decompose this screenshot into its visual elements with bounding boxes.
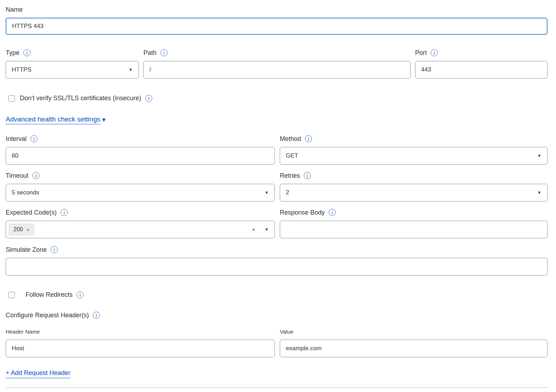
chevron-down-icon: ▼: [537, 154, 541, 158]
path-input[interactable]: [143, 61, 410, 79]
method-select-value: GET: [286, 152, 298, 159]
response-body-input[interactable]: [280, 221, 548, 238]
timeout-field: Timeout i 5 seconds ▼: [6, 172, 275, 201]
response-body-label: Response Body: [280, 209, 325, 216]
info-icon[interactable]: i: [304, 172, 311, 179]
port-input[interactable]: [415, 61, 548, 79]
health-check-form: Name Type i HTTPS ▼ Path i Port i: [0, 0, 553, 388]
insecure-checkbox[interactable]: [8, 95, 15, 102]
info-icon[interactable]: i: [431, 49, 438, 56]
type-select[interactable]: HTTPS ▼: [6, 61, 139, 79]
type-field: Type i HTTPS ▼: [6, 49, 139, 79]
follow-redirects-label: Follow Redirects: [25, 291, 73, 299]
interval-field: Interval i: [6, 135, 275, 165]
clear-icon[interactable]: ×: [252, 227, 255, 233]
advanced-settings-link-text: Advanced health check settings: [6, 115, 100, 124]
request-headers-section: Configure Request Header(s) i: [6, 311, 548, 319]
multiselect-controls: × ▼: [252, 227, 269, 233]
type-select-value: HTTPS: [12, 66, 32, 73]
timeout-select[interactable]: 5 seconds ▼: [6, 184, 275, 201]
chevron-down-icon: ▼: [101, 117, 107, 123]
header-name-input[interactable]: [6, 340, 275, 357]
follow-redirects-checkbox[interactable]: [8, 292, 15, 298]
name-input[interactable]: [6, 18, 548, 35]
method-field: Method i GET ▼: [280, 135, 548, 165]
response-body-field: Response Body i: [280, 209, 548, 238]
add-request-header-link[interactable]: + Add Request Header: [6, 369, 70, 378]
interval-label: Interval: [6, 135, 27, 143]
info-icon[interactable]: i: [76, 291, 84, 299]
chevron-down-icon: ▼: [265, 191, 269, 195]
timeout-retries-row: Timeout i 5 seconds ▼ Retries i 2 ▼: [6, 172, 548, 201]
type-label: Type: [6, 49, 19, 57]
header-value-label: Value: [280, 329, 548, 335]
chevron-down-icon: ▼: [129, 68, 133, 72]
info-icon[interactable]: i: [93, 312, 100, 319]
insecure-checkbox-label: Don't verify SSL/TLS certificates (insec…: [20, 95, 141, 102]
path-field: Path i: [143, 49, 410, 79]
expected-codes-field: Expected Code(s) i 200 × × ▼: [6, 209, 275, 238]
info-icon[interactable]: i: [329, 209, 336, 216]
timeout-select-value: 5 seconds: [12, 189, 39, 196]
expected-codes-label: Expected Code(s): [6, 209, 57, 216]
retries-select[interactable]: 2 ▼: [280, 184, 548, 201]
header-value-input[interactable]: [280, 340, 548, 357]
expected-codes-multiselect[interactable]: 200 × × ▼: [6, 221, 275, 238]
timeout-label: Timeout: [6, 172, 28, 180]
info-icon[interactable]: i: [145, 95, 152, 102]
simulate-zone-label: Simulate Zone: [6, 246, 47, 254]
section-divider: [6, 387, 548, 388]
request-headers-section-label: Configure Request Header(s): [6, 311, 89, 319]
type-path-port-row: Type i HTTPS ▼ Path i Port i: [6, 49, 548, 79]
info-icon[interactable]: i: [30, 135, 38, 142]
info-icon[interactable]: i: [51, 246, 58, 253]
method-label: Method: [280, 135, 301, 143]
interval-method-row: Interval i Method i GET ▼: [6, 135, 548, 165]
simulate-zone-field: Simulate Zone i: [6, 246, 548, 275]
follow-redirects-row: Follow Redirects i: [6, 291, 548, 299]
interval-input[interactable]: [6, 147, 275, 165]
retries-field: Retries i 2 ▼: [280, 172, 548, 201]
advanced-settings-link[interactable]: Advanced health check settings ▼: [6, 115, 107, 124]
code-tag: 200 ×: [9, 224, 34, 235]
method-select[interactable]: GET ▼: [280, 147, 548, 165]
insecure-checkbox-row: Don't verify SSL/TLS certificates (insec…: [6, 95, 548, 102]
codes-body-row: Expected Code(s) i 200 × × ▼ Response Bo…: [6, 209, 548, 238]
port-label: Port: [415, 49, 427, 57]
header-row: Header Name Value: [6, 329, 548, 357]
simulate-zone-input[interactable]: [6, 258, 548, 275]
chevron-down-icon[interactable]: ▼: [265, 227, 269, 232]
port-field: Port i: [415, 49, 548, 79]
header-name-label: Header Name: [6, 329, 275, 335]
code-tag-value: 200: [13, 226, 23, 233]
name-label: Name: [6, 6, 23, 13]
info-icon[interactable]: i: [160, 49, 168, 56]
header-name-field: Header Name: [6, 329, 275, 357]
info-icon[interactable]: i: [23, 49, 30, 56]
retries-label: Retries: [280, 172, 300, 180]
name-field: Name: [6, 6, 548, 35]
header-value-field: Value: [280, 329, 548, 357]
info-icon[interactable]: i: [32, 172, 39, 179]
path-label: Path: [143, 49, 157, 57]
chevron-down-icon: ▼: [537, 191, 541, 195]
retries-select-value: 2: [286, 189, 289, 196]
info-icon[interactable]: i: [305, 135, 312, 142]
info-icon[interactable]: i: [61, 209, 68, 216]
remove-tag-icon[interactable]: ×: [27, 227, 30, 233]
